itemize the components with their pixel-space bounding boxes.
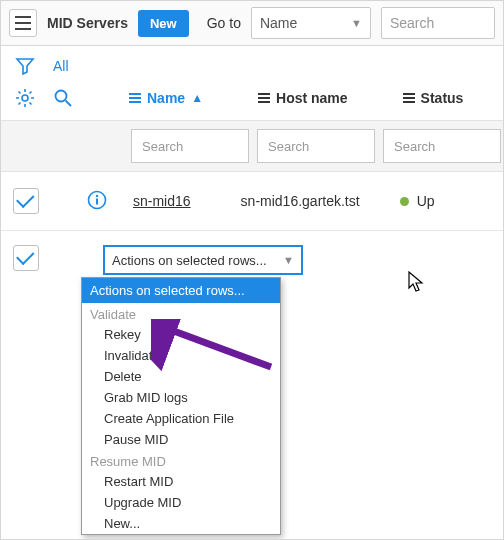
menu-icon[interactable] [9,9,37,37]
svg-line-2 [66,101,72,107]
row-checkbox[interactable] [13,245,39,271]
svg-point-4 [96,194,98,196]
filter-all-link[interactable]: All [53,58,69,74]
goto-field-value: Name [260,15,297,31]
column-header-host[interactable]: Host name [258,90,348,106]
row-status: Up [400,193,435,209]
svg-rect-5 [96,198,98,204]
cursor-icon [408,271,426,298]
svg-point-1 [56,91,67,102]
info-icon[interactable] [87,190,107,213]
dropdown-item-upgrade-mid[interactable]: Upgrade MID [82,492,280,513]
column-search-status[interactable] [383,129,501,163]
column-label: Host name [276,90,348,106]
actions-dropdown: Actions on selected rows... Validate Rek… [81,277,281,535]
dropdown-item-grab-mid-logs[interactable]: Grab MID logs [82,387,280,408]
column-search-host[interactable] [257,129,375,163]
gear-icon[interactable] [15,88,35,108]
column-menu-icon [258,93,270,103]
column-header-name[interactable]: Name ▲ [129,90,203,106]
column-header-status[interactable]: Status [403,90,464,106]
search-icon[interactable] [53,88,73,108]
dropdown-item-rekey[interactable]: Rekey [82,324,280,345]
row-host: sn-mid16.gartek.tst [241,192,360,211]
actions-select-label: Actions on selected rows... [112,253,267,268]
dropdown-item-pause-mid[interactable]: Pause MID [82,429,280,450]
search-input[interactable]: Search [381,7,495,39]
dropdown-item-create-application-file[interactable]: Create Application File [82,408,280,429]
dropdown-item-restart-mid[interactable]: Restart MID [82,471,280,492]
dropdown-item-new[interactable]: New... [82,513,280,534]
dropdown-header[interactable]: Actions on selected rows... [82,278,280,303]
filter-icon[interactable] [15,56,35,76]
chevron-down-icon: ▼ [283,254,294,266]
goto-label: Go to [207,15,241,31]
search-placeholder: Search [390,15,434,31]
filter-bar: All [1,46,503,84]
column-label: Name [147,90,185,106]
chevron-down-icon: ▼ [351,17,362,29]
row-checkbox[interactable] [13,188,39,214]
column-label: Status [421,90,464,106]
topbar: MID Servers New Go to Name ▼ Search [1,1,503,46]
svg-point-0 [22,95,28,101]
page-title: MID Servers [47,15,128,31]
column-search-name[interactable] [131,129,249,163]
dropdown-group-resume: Resume MID [82,450,280,471]
dropdown-item-invalidate[interactable]: Invalidate [82,345,280,366]
column-menu-icon [403,93,415,103]
status-dot-icon [400,197,409,206]
column-search-row [1,121,503,172]
sort-asc-icon: ▲ [191,91,203,105]
row-name-link[interactable]: sn-mid16 [133,193,191,209]
column-menu-icon [129,93,141,103]
actions-select[interactable]: Actions on selected rows... ▼ [103,245,303,275]
dropdown-group-validate: Validate [82,303,280,324]
new-button[interactable]: New [138,10,189,37]
actions-row: Actions on selected rows... ▼ Actions on… [1,231,503,275]
status-label: Up [417,193,435,209]
goto-field-select[interactable]: Name ▼ [251,7,371,39]
dropdown-item-delete[interactable]: Delete [82,366,280,387]
table-row: sn-mid16 sn-mid16.gartek.tst Up [1,172,503,231]
column-headers: Name ▲ Host name Status [129,90,463,106]
column-header-row: Name ▲ Host name Status [1,84,503,121]
